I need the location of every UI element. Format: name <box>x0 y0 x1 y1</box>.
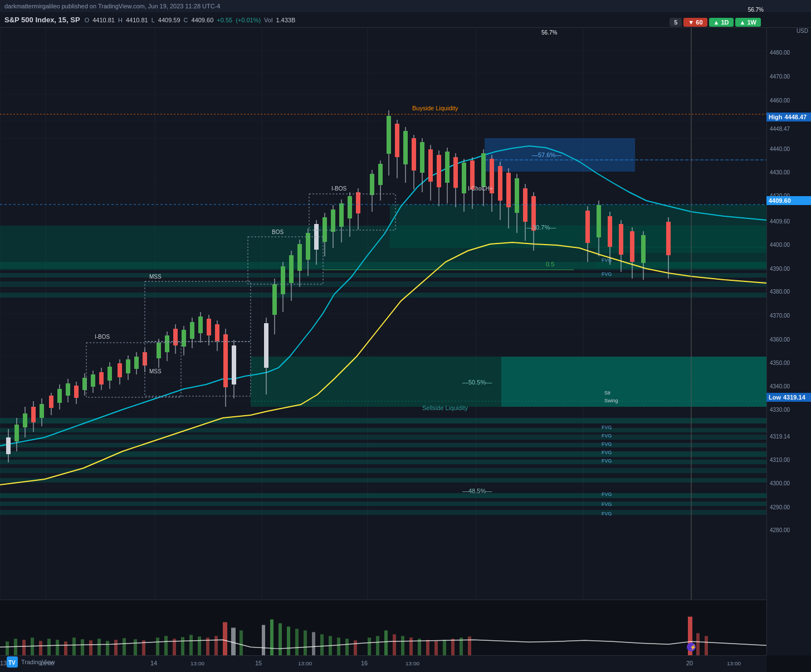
svg-rect-115 <box>281 266 285 294</box>
svg-text:FVG: FVG <box>602 511 612 517</box>
svg-rect-105 <box>215 324 219 341</box>
svg-rect-61 <box>23 413 27 427</box>
svg-rect-302 <box>0 656 766 672</box>
svg-rect-246 <box>22 640 26 655</box>
svg-rect-262 <box>164 636 168 655</box>
svg-rect-55 <box>596 262 766 267</box>
svg-rect-253 <box>81 639 84 655</box>
svg-text:FVG: FVG <box>602 425 612 430</box>
svg-rect-169 <box>515 178 519 213</box>
svg-text:13:00: 13:00 <box>406 661 420 667</box>
svg-rect-50 <box>501 357 766 407</box>
svg-rect-93 <box>165 335 169 352</box>
svg-rect-101 <box>198 316 203 333</box>
svg-text:I-ChoCH+: I-ChoCH+ <box>468 186 493 192</box>
svg-rect-67 <box>49 396 53 408</box>
svg-rect-139 <box>387 116 391 154</box>
svg-rect-284 <box>368 637 371 655</box>
svg-text:—30.7%—: —30.7%— <box>526 224 556 231</box>
svg-text:4430.00: 4430.00 <box>770 169 790 176</box>
svg-rect-282 <box>345 639 349 655</box>
svg-rect-135 <box>370 174 374 195</box>
svg-rect-286 <box>384 630 388 655</box>
currency-label: USD <box>797 28 808 34</box>
svg-rect-99 <box>190 322 194 339</box>
svg-text:FVG: FVG <box>602 450 612 455</box>
instrument-name: S&P 500 Index, 15, SP <box>4 16 80 24</box>
svg-rect-294 <box>451 639 455 655</box>
svg-rect-266 <box>198 636 201 655</box>
svg-text:—50.5%—: —50.5%— <box>462 379 492 386</box>
svg-rect-259 <box>134 639 137 655</box>
price-axis-svg: 4480.00 4470.00 4460.00 4448.47 4440.00 … <box>767 28 811 655</box>
svg-rect-271 <box>240 630 243 655</box>
svg-rect-185 <box>641 235 646 263</box>
svg-rect-275 <box>287 627 290 655</box>
tf-5[interactable]: 5 <box>670 18 682 27</box>
svg-rect-97 <box>182 330 186 347</box>
svg-text:MSS: MSS <box>149 274 162 280</box>
svg-rect-291 <box>426 640 429 655</box>
svg-rect-36 <box>0 293 766 298</box>
svg-text:FVG: FVG <box>602 271 612 277</box>
svg-text:Sellside Liquidity: Sellside Liquidity <box>422 405 468 411</box>
published-text: darkmattermirgalileo published on Tradin… <box>4 3 220 9</box>
svg-rect-269 <box>223 622 227 655</box>
svg-rect-261 <box>156 637 159 655</box>
svg-rect-251 <box>64 641 67 655</box>
svg-rect-34 <box>0 273 766 277</box>
svg-rect-287 <box>393 634 396 655</box>
svg-text:BOS: BOS <box>272 229 284 235</box>
svg-rect-73 <box>74 386 79 398</box>
svg-rect-151 <box>437 155 441 187</box>
svg-rect-133 <box>356 192 360 213</box>
close-label: C <box>184 17 188 23</box>
svg-text:4390.00: 4390.00 <box>770 265 790 271</box>
svg-rect-85 <box>126 359 130 373</box>
svg-rect-79 <box>99 372 104 384</box>
svg-text:4280.00: 4280.00 <box>770 527 790 533</box>
low-price-label: Low 4319.14 <box>766 393 811 402</box>
svg-text:56.7%: 56.7% <box>541 30 557 36</box>
svg-text:FVG: FVG <box>602 441 612 447</box>
svg-rect-153 <box>445 152 450 183</box>
svg-text:FVG: FVG <box>602 458 612 464</box>
svg-text:13: 13 <box>0 660 7 667</box>
svg-rect-276 <box>295 629 299 655</box>
svg-rect-167 <box>506 173 511 207</box>
svg-rect-165 <box>498 166 502 201</box>
svg-rect-119 <box>297 244 302 271</box>
tf-1d[interactable]: ▲ 1D <box>709 18 734 27</box>
tf-1w[interactable]: ▲ 1W <box>735 18 761 27</box>
current-value: 4409.60 <box>769 197 791 204</box>
tf-60[interactable]: ▼ 60 <box>683 18 707 27</box>
low-label: Low <box>769 394 781 401</box>
svg-rect-43 <box>0 468 766 473</box>
low-value: 4409.59 <box>158 17 180 23</box>
svg-rect-47 <box>0 510 766 515</box>
svg-rect-46 <box>0 501 766 506</box>
svg-text:4350.00: 4350.00 <box>770 359 790 366</box>
svg-rect-40 <box>0 443 766 447</box>
svg-text:4319.14: 4319.14 <box>770 434 790 440</box>
svg-rect-129 <box>339 203 344 227</box>
svg-rect-179 <box>608 216 612 247</box>
svg-rect-181 <box>619 224 623 255</box>
svg-text:4360.00: 4360.00 <box>770 337 790 343</box>
svg-rect-143 <box>403 131 408 164</box>
timeframe-buttons: 5 ▼ 60 ▲ 1D ▲ 1W <box>670 16 761 29</box>
chart-area: Buyside Liquidity Sellside Liquidity —57… <box>0 28 766 600</box>
current-price-label: 4409.60 <box>766 196 811 205</box>
high-label: High <box>769 114 782 120</box>
svg-text:20: 20 <box>686 660 693 667</box>
chart-container: darkmattermirgalileo published on Tradin… <box>0 0 811 672</box>
svg-rect-91 <box>157 343 161 358</box>
svg-text:—48.5%—: —48.5%— <box>462 488 492 494</box>
svg-text:4290.00: 4290.00 <box>770 504 790 510</box>
svg-text:I-BOS: I-BOS <box>95 334 110 340</box>
svg-rect-279 <box>320 634 324 655</box>
vol-label: Vol <box>264 17 272 23</box>
svg-rect-137 <box>378 164 383 185</box>
tv-logo-icon: TV <box>7 656 18 668</box>
high-value: 4448.47 <box>784 114 807 120</box>
